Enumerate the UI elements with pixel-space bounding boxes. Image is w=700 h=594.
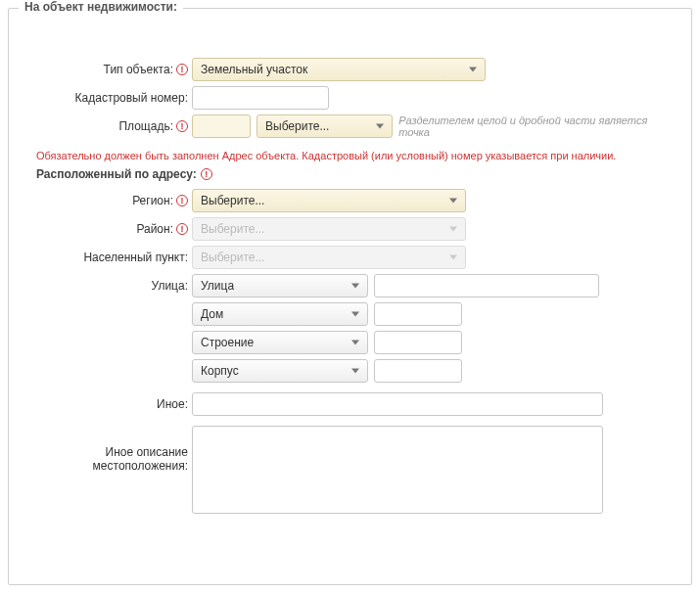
row-object-type: Тип объекта: ! Земельный участок [21, 58, 679, 81]
row-building: Строение [21, 331, 679, 354]
street-name-input[interactable] [374, 274, 599, 297]
row-area: Площадь: ! Выберите... Разделителем цело… [21, 114, 679, 138]
chevron-down-icon [376, 124, 384, 129]
region-select[interactable]: Выберите... [192, 189, 466, 212]
required-icon: ! [176, 223, 188, 235]
district-select: Выберите... [192, 217, 466, 241]
chevron-down-icon [449, 255, 457, 260]
required-icon: ! [176, 120, 188, 132]
label-other: Иное: [21, 397, 192, 411]
row-house: Дом [21, 302, 679, 326]
row-other: Иное: [21, 392, 679, 416]
chevron-down-icon [351, 341, 359, 345]
required-icon: ! [176, 64, 188, 75]
chevron-down-icon [351, 284, 359, 289]
row-region: Регион: ! Выберите... [21, 189, 679, 212]
row-other-desc: Иное описание местоположения: [21, 426, 679, 514]
house-type-select[interactable]: Дом [192, 302, 368, 326]
required-icon: ! [176, 195, 188, 206]
label-area: Площадь: ! [21, 119, 192, 133]
label-cad-number: Кадастровый номер: [21, 91, 192, 105]
object-type-select[interactable]: Земельный участок [192, 58, 486, 81]
property-fieldset: На объект недвижимости: Тип объекта: ! З… [8, 8, 692, 585]
other-desc-textarea[interactable] [192, 426, 603, 514]
fieldset-legend: На объект недвижимости: [19, 0, 183, 14]
block-type-select[interactable]: Корпус [192, 359, 368, 383]
chevron-down-icon [469, 68, 477, 72]
chevron-down-icon [449, 227, 457, 232]
area-hint: Разделителем целой и дробной части являе… [398, 114, 679, 138]
row-street: Улица: Улица [21, 274, 679, 297]
block-number-input[interactable] [374, 359, 462, 383]
area-value-input[interactable] [192, 114, 251, 138]
address-warning: Обязательно должен быть заполнен Адрес о… [36, 150, 679, 161]
row-cad-number: Кадастровый номер: [21, 86, 679, 110]
row-settlement: Населенный пункт: Выберите... [21, 246, 679, 269]
building-number-input[interactable] [374, 331, 462, 354]
chevron-down-icon [351, 369, 359, 374]
chevron-down-icon [351, 312, 359, 317]
row-block: Корпус [21, 359, 679, 383]
settlement-select: Выберите... [192, 246, 466, 269]
row-district: Район: ! Выберите... [21, 217, 679, 241]
street-type-select[interactable]: Улица [192, 274, 368, 297]
building-type-select[interactable]: Строение [192, 331, 368, 354]
label-other-desc: Иное описание местоположения: [21, 426, 192, 473]
address-subheader: Расположенный по адресу: ! [36, 167, 679, 181]
area-unit-select[interactable]: Выберите... [257, 114, 393, 138]
other-input[interactable] [192, 392, 603, 416]
label-street: Улица: [21, 279, 192, 293]
label-district: Район: ! [21, 222, 192, 236]
cad-number-input[interactable] [192, 86, 329, 110]
label-region: Регион: ! [21, 194, 192, 207]
chevron-down-icon [449, 199, 457, 204]
required-icon: ! [201, 168, 212, 180]
house-number-input[interactable] [374, 302, 462, 326]
label-settlement: Населенный пункт: [21, 251, 192, 264]
label-object-type: Тип объекта: ! [21, 63, 192, 76]
